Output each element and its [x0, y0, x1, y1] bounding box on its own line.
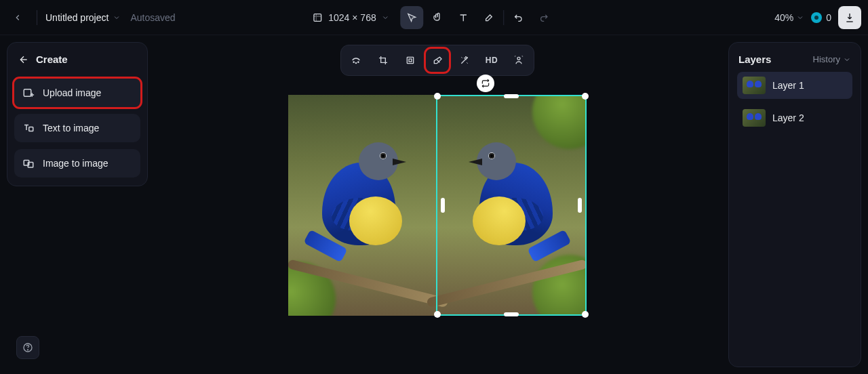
- image-to-image-icon: [22, 157, 35, 169]
- layer-item-2[interactable]: Layer 2: [737, 104, 852, 131]
- remove-bg-button[interactable]: [507, 49, 530, 72]
- upload-icon: [22, 87, 35, 99]
- chevron-down-icon: [113, 14, 121, 22]
- download-button[interactable]: [838, 6, 861, 29]
- svg-rect-9: [407, 57, 413, 63]
- back-button[interactable]: [7, 7, 28, 28]
- hd-upscale-button[interactable]: HD: [480, 49, 503, 72]
- canvas-area: HD: [155, 41, 720, 374]
- layers-tab[interactable]: Layers: [738, 54, 771, 65]
- svg-rect-0: [314, 14, 321, 21]
- redo-button[interactable]: [533, 6, 556, 29]
- brush-tool[interactable]: [478, 6, 501, 29]
- layer-label: Layer 1: [772, 80, 804, 91]
- panel-tabs: Layers History: [737, 51, 852, 72]
- text-to-image-icon: [22, 122, 35, 134]
- topbar: Untitled project Autosaved 1024 × 768: [0, 0, 868, 35]
- upload-image-label: Upload image: [43, 87, 101, 98]
- text-tool[interactable]: [452, 6, 475, 29]
- tool-group: [401, 6, 556, 29]
- project-name: Untitled project: [45, 12, 108, 23]
- canvas-dimensions: 1024 × 768: [328, 12, 376, 23]
- image-content: [288, 95, 587, 316]
- divider: [37, 10, 37, 25]
- resize-icon: [312, 12, 323, 23]
- crop-button[interactable]: [372, 49, 395, 72]
- autosave-status: Autosaved: [130, 12, 175, 23]
- layer-item-1[interactable]: Layer 1: [737, 72, 852, 99]
- svg-point-6: [353, 62, 354, 62]
- create-panel-header: Create: [14, 52, 140, 72]
- help-button[interactable]: [16, 336, 39, 359]
- chevron-down-icon: [382, 14, 390, 22]
- layer-thumbnail: [743, 109, 766, 127]
- chevron-down-icon: [843, 56, 851, 64]
- chevron-down-icon: [796, 14, 804, 22]
- svg-point-11: [517, 57, 520, 60]
- svg-rect-2: [24, 89, 31, 97]
- canvas-size-dropdown[interactable]: 1024 × 768: [312, 12, 389, 23]
- text-to-image-label: Text to image: [43, 123, 99, 133]
- layers-panel: Layers History Layer 1 Layer 2: [728, 42, 861, 367]
- back-arrow-icon[interactable]: [18, 54, 29, 65]
- history-label: History: [813, 54, 840, 64]
- create-panel-title: Create: [36, 54, 68, 65]
- select-tool[interactable]: [401, 6, 424, 29]
- divider: [504, 10, 505, 25]
- create-panel: Create Upload image Text to image Image …: [7, 42, 148, 186]
- hand-tool[interactable]: [427, 6, 450, 29]
- layer-label: Layer 2: [772, 112, 804, 123]
- zoom-value: 40%: [774, 12, 793, 23]
- swap-badge[interactable]: [477, 75, 494, 92]
- canvas-toolbar: HD: [340, 45, 534, 76]
- magic-wand-button[interactable]: [453, 49, 476, 72]
- svg-rect-10: [409, 59, 412, 62]
- text-to-image-button[interactable]: Text to image: [14, 114, 140, 142]
- svg-rect-3: [29, 127, 33, 131]
- credits-indicator[interactable]: 0: [811, 12, 831, 23]
- eraser-button[interactable]: [426, 49, 449, 72]
- svg-point-7: [355, 62, 356, 63]
- svg-point-8: [358, 62, 359, 62]
- generative-fill-button[interactable]: [344, 49, 368, 72]
- upload-image-button[interactable]: Upload image: [14, 79, 140, 107]
- project-name-dropdown[interactable]: Untitled project: [45, 12, 121, 23]
- hd-label: HD: [486, 56, 498, 65]
- frame-button[interactable]: [399, 49, 422, 72]
- topbar-right: 40% 0: [774, 6, 861, 29]
- topbar-center: 1024 × 768: [312, 6, 555, 29]
- history-tab[interactable]: History: [813, 54, 851, 64]
- layer-thumbnail: [743, 77, 766, 94]
- canvas-image[interactable]: [288, 95, 587, 316]
- image-to-image-button[interactable]: Image to image: [14, 149, 140, 178]
- undo-button[interactable]: [507, 6, 530, 29]
- zoom-dropdown[interactable]: 40%: [774, 12, 804, 23]
- credits-value: 0: [826, 12, 831, 23]
- credits-icon: [811, 12, 822, 23]
- svg-point-13: [28, 350, 28, 350]
- topbar-left: Untitled project Autosaved: [7, 7, 176, 28]
- image-to-image-label: Image to image: [43, 158, 108, 169]
